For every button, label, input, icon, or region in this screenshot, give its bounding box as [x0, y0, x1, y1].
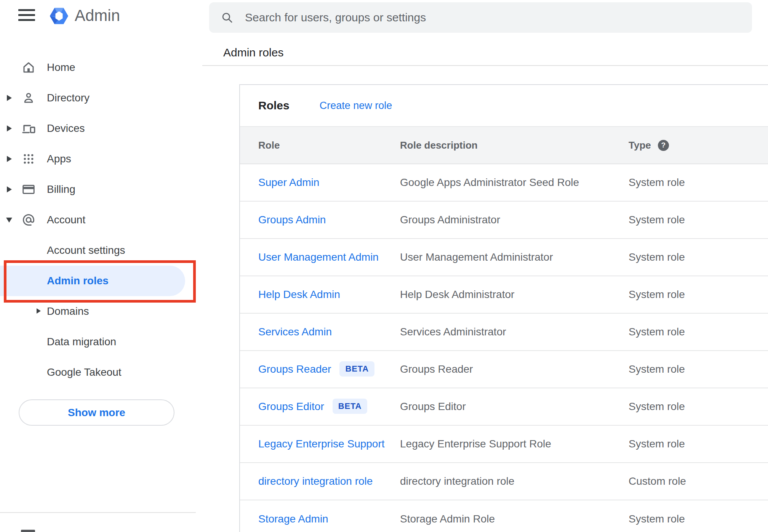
question-mark-help-icon[interactable]: ? [658, 140, 669, 151]
role-type: Custom role [629, 475, 686, 487]
role-description: Groups Administrator [400, 214, 500, 226]
role-type: System role [629, 251, 685, 263]
home-icon [22, 61, 35, 74]
search-icon [221, 11, 234, 24]
sidebar-item-billing[interactable]: Billing [0, 174, 202, 205]
sidebar-item-devices[interactable]: Devices [0, 113, 202, 144]
expand-arrow-icon[interactable] [6, 186, 12, 192]
expand-arrow-icon[interactable] [6, 156, 12, 162]
main-content: Admin roles Roles Create new role Role R… [202, 0, 768, 532]
expand-arrow-icon[interactable] [6, 125, 12, 131]
roles-card: Roles Create new role Role Role descript… [239, 84, 768, 532]
sidebar-item-account[interactable]: Account [0, 205, 202, 235]
table-header-row: Role Role description Type ? [240, 127, 768, 164]
role-description: Groups Editor [400, 401, 466, 412]
role-type: System role [629, 513, 685, 525]
role-type: System role [629, 288, 685, 301]
sidebar-item-label: Directory [47, 92, 90, 104]
table-row: User Management AdminUser Management Adm… [240, 239, 768, 276]
sidebar-item-admin-roles[interactable]: Admin roles [0, 266, 185, 296]
expand-arrow-icon[interactable] [37, 308, 41, 314]
account-submenu: Account settings Admin roles Domains Dat… [0, 235, 202, 388]
beta-badge: BETA [333, 399, 367, 414]
role-link[interactable]: User Management Admin [258, 251, 379, 263]
header-divider [202, 65, 768, 66]
role-description: User Management Administrator [400, 251, 553, 263]
sidebar-bottom-divider [0, 512, 196, 513]
table-row: Groups ReaderBETAGroups ReaderSystem rol… [240, 351, 768, 388]
product-name: Admin [75, 5, 120, 26]
sidebar-item-label: Apps [47, 153, 71, 165]
search-bar[interactable] [209, 2, 752, 33]
role-description: Services Administrator [400, 326, 506, 338]
table-row: Groups AdminGroups AdministratorSystem r… [240, 202, 768, 239]
admin-logo-icon [48, 4, 70, 28]
table-row: Help Desk AdminHelp Desk AdministratorSy… [240, 276, 768, 314]
sidebar-item-google-takeout[interactable]: Google Takeout [0, 357, 202, 388]
show-more-button[interactable]: Show more [19, 399, 174, 426]
sidebar-item-label: Devices [47, 122, 85, 135]
sidebar-item-account-settings[interactable]: Account settings [0, 235, 202, 266]
card-title: Roles [258, 99, 290, 112]
beta-badge: BETA [339, 361, 374, 377]
role-link[interactable]: Groups Editor [258, 401, 324, 413]
credit-card-icon [22, 183, 35, 196]
at-sign-icon [22, 213, 35, 227]
column-header-role: Role [258, 139, 280, 151]
role-link[interactable]: Services Admin [258, 326, 332, 338]
sidebar-nav: Home Directory Devices [0, 52, 202, 235]
sidebar-item-label: Billing [47, 183, 75, 195]
search-input[interactable] [245, 11, 752, 24]
role-link[interactable]: Super Admin [258, 176, 319, 189]
role-description: Storage Admin Role [400, 513, 495, 525]
sidebar-item-label: Domains [47, 305, 89, 317]
person-icon [22, 91, 35, 105]
sidebar-item-domains[interactable]: Domains [0, 296, 202, 327]
create-new-role-link[interactable]: Create new role [320, 100, 392, 112]
sidebar-item-data-migration[interactable]: Data migration [0, 327, 202, 357]
role-link[interactable]: Help Desk Admin [258, 288, 340, 301]
table-row: Storage AdminStorage Admin RoleSystem ro… [240, 500, 768, 532]
role-description: Help Desk Administrator [400, 288, 514, 300]
role-type: System role [629, 363, 685, 375]
roles-card-header: Roles Create new role [240, 85, 768, 127]
column-header-type: Type [629, 139, 651, 151]
role-type: System role [629, 214, 685, 226]
sidebar-item-label: Home [47, 61, 75, 74]
role-description: directory integration role [400, 475, 514, 487]
role-link[interactable]: Groups Reader [258, 363, 331, 375]
sidebar-item-directory[interactable]: Directory [0, 83, 202, 113]
expand-arrow-icon[interactable] [6, 95, 12, 101]
table-row: directory integration roledirectory inte… [240, 463, 768, 500]
role-link[interactable]: Groups Admin [258, 214, 326, 226]
column-header-role-description: Role description [400, 139, 478, 151]
role-type: System role [629, 401, 685, 413]
sidebar-header: Admin [0, 0, 202, 52]
table-row: Super AdminGoogle Apps Administrator See… [240, 164, 768, 202]
apps-grid-icon [22, 152, 35, 166]
breadcrumb: Admin roles [223, 46, 283, 59]
collapse-arrow-icon[interactable] [6, 218, 12, 223]
role-link[interactable]: directory integration role [258, 475, 373, 487]
roles-table-body: Super AdminGoogle Apps Administrator See… [240, 164, 768, 532]
sidebar-item-apps[interactable]: Apps [0, 144, 202, 174]
sidebar: Admin Home Directory [0, 0, 202, 532]
hamburger-menu-icon[interactable] [18, 9, 35, 21]
role-link[interactable]: Storage Admin [258, 513, 328, 525]
partial-icon [21, 530, 35, 532]
role-type: System role [629, 176, 685, 189]
role-type: System role [629, 438, 685, 450]
sidebar-item-label: Account [47, 214, 85, 226]
sidebar-item-home[interactable]: Home [0, 52, 202, 83]
role-link[interactable]: Legacy Enterprise Support [258, 438, 385, 450]
table-row: Services AdminServices AdministratorSyst… [240, 314, 768, 351]
table-row: Legacy Enterprise SupportLegacy Enterpri… [240, 426, 768, 463]
role-type: System role [629, 326, 685, 338]
role-description: Groups Reader [400, 363, 473, 375]
devices-icon [22, 122, 35, 135]
table-row: Groups EditorBETAGroups EditorSystem rol… [240, 388, 768, 426]
role-description: Legacy Enterprise Support Role [400, 438, 551, 450]
role-description: Google Apps Administrator Seed Role [400, 176, 579, 188]
